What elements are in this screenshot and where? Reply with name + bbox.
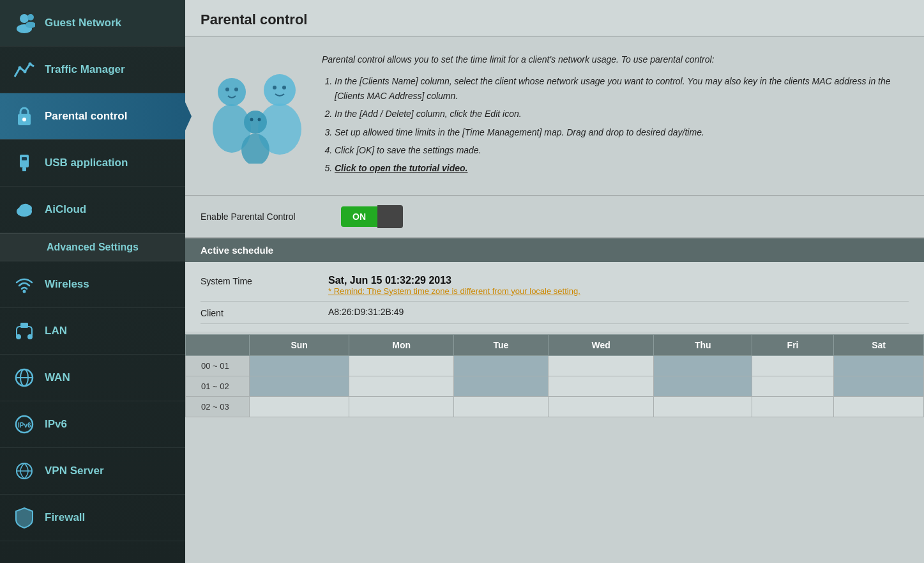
sidebar-label-guest-network: Guest Network: [45, 17, 121, 29]
sidebar-item-wan[interactable]: WAN: [0, 355, 185, 401]
system-time-value: Sat, Jun 15 01:32:29 2013 * Remind: The …: [328, 275, 909, 296]
schedule-cell[interactable]: [752, 376, 834, 396]
steps-list: In the [Clients Name] column, select the…: [322, 74, 905, 175]
enable-label: Enable Parental Control: [201, 212, 328, 222]
col-header-Fri: Fri: [752, 334, 834, 355]
system-time-remind[interactable]: * Remind: The System time zone is differ…: [328, 286, 909, 296]
col-header-time: [186, 334, 250, 355]
sidebar-item-wireless[interactable]: Wireless: [0, 261, 185, 308]
parental-control-icon: [13, 105, 36, 128]
step-4: Click [OK] to save the settings made.: [335, 143, 905, 157]
sidebar-item-guest-network[interactable]: Guest Network: [0, 0, 185, 47]
lan-icon: [13, 320, 36, 343]
svg-point-2: [27, 14, 34, 20]
svg-point-30: [244, 111, 267, 134]
schedule-cell-active[interactable]: [654, 376, 752, 396]
content-area: Parental control allows you to set the t…: [185, 37, 924, 563]
step-5[interactable]: Click to open the tutorial video.: [335, 161, 905, 175]
sidebar-label-aicloud: AiCloud: [45, 203, 86, 216]
wan-icon: [13, 366, 36, 389]
sidebar-label-usb-application: USB application: [45, 157, 128, 169]
time-label: 02 ~ 03: [186, 396, 250, 417]
sidebar-item-traffic-manager[interactable]: Traffic Manager: [0, 47, 185, 93]
sidebar-item-aicloud[interactable]: AiCloud: [0, 187, 185, 233]
wireless-icon: [13, 273, 36, 296]
schedule-section: Active schedule System Time Sat, Jun 15 …: [185, 238, 924, 417]
client-label: Client: [201, 307, 328, 318]
svg-point-14: [26, 205, 32, 212]
svg-point-33: [234, 88, 238, 91]
schedule-info: System Time Sat, Jun 15 01:32:29 2013 * …: [185, 262, 924, 332]
guest-network-icon: [13, 12, 36, 35]
schedule-cell-active[interactable]: [834, 355, 924, 376]
step-2: In the [Add / Delete] column, click the …: [335, 107, 905, 121]
schedule-cell-active[interactable]: [250, 376, 349, 396]
tutorial-link[interactable]: Click to open the tutorial video.: [335, 163, 467, 173]
toggle-on-label[interactable]: ON: [341, 206, 377, 227]
schedule-cell-active[interactable]: [654, 355, 752, 376]
sidebar-item-vpn-server[interactable]: VPN Server: [0, 448, 185, 495]
step-3: Set up allowed time limits in the [Time …: [335, 125, 905, 139]
svg-point-0: [20, 14, 29, 23]
intro-section: Parental control allows you to set the t…: [185, 37, 924, 196]
table-row: 02 ~ 03: [186, 396, 924, 417]
sidebar-item-parental-control[interactable]: Parental control: [0, 93, 185, 140]
sidebar-top-nav: Guest NetworkTraffic ManagerParental con…: [0, 0, 185, 233]
schedule-cell[interactable]: [250, 396, 349, 417]
schedule-table: SunMonTueWedThuFriSat00 ~ 0101 ~ 0202 ~ …: [185, 334, 924, 417]
usb-application-icon: [13, 151, 36, 174]
main-content: Parental control: [185, 0, 924, 563]
col-header-Mon: Mon: [349, 334, 454, 355]
sidebar-item-firewall[interactable]: Firewall: [0, 495, 185, 541]
svg-point-15: [23, 290, 26, 293]
sidebar-label-vpn-server: VPN Server: [45, 465, 104, 477]
schedule-cell[interactable]: [349, 355, 454, 376]
svg-text:IPv6: IPv6: [18, 422, 31, 429]
schedule-cell[interactable]: [349, 396, 454, 417]
intro-text: Parental control allows you to set the t…: [322, 52, 905, 180]
svg-rect-9: [20, 155, 29, 167]
enable-toggle[interactable]: ON: [341, 205, 403, 228]
svg-point-18: [27, 334, 33, 339]
system-time-main: Sat, Jun 15 01:32:29 2013: [328, 275, 909, 286]
schedule-cell[interactable]: [834, 396, 924, 417]
schedule-cell-active[interactable]: [454, 355, 549, 376]
schedule-cell[interactable]: [349, 376, 454, 396]
toggle-off-part[interactable]: [377, 205, 403, 228]
page-title: Parental control: [185, 0, 924, 37]
aicloud-icon: [13, 198, 36, 221]
sidebar-label-wan: WAN: [45, 371, 70, 384]
schedule-cell[interactable]: [454, 396, 549, 417]
time-label: 00 ~ 01: [186, 355, 250, 376]
svg-point-37: [257, 118, 261, 121]
sidebar-item-usb-application[interactable]: USB application: [0, 140, 185, 187]
schedule-header: Active schedule: [185, 238, 924, 262]
schedule-cell[interactable]: [548, 355, 654, 376]
schedule-cell[interactable]: [548, 376, 654, 396]
svg-point-34: [273, 86, 276, 89]
svg-point-35: [282, 86, 286, 89]
svg-rect-10: [22, 157, 27, 160]
col-header-Sat: Sat: [834, 334, 924, 355]
schedule-cell-active[interactable]: [454, 376, 549, 396]
schedule-cell[interactable]: [752, 396, 834, 417]
svg-point-26: [218, 78, 246, 106]
sidebar-label-parental-control: Parental control: [45, 110, 127, 123]
schedule-cell[interactable]: [548, 396, 654, 417]
firewall-icon: [13, 506, 36, 529]
svg-point-5: [24, 70, 27, 73]
sidebar-item-lan[interactable]: LAN: [0, 308, 185, 355]
schedule-cell-active[interactable]: [250, 355, 349, 376]
col-header-Thu: Thu: [654, 334, 752, 355]
schedule-cell[interactable]: [752, 355, 834, 376]
schedule-cell[interactable]: [654, 396, 752, 417]
step-1: In the [Clients Name] column, select the…: [335, 74, 905, 103]
traffic-manager-icon: [13, 58, 36, 81]
svg-point-28: [264, 74, 296, 106]
system-time-row: System Time Sat, Jun 15 01:32:29 2013 * …: [201, 270, 909, 302]
schedule-cell-active[interactable]: [834, 376, 924, 396]
enable-control-row: Enable Parental Control ON: [185, 196, 924, 238]
sidebar-item-ipv6[interactable]: IPv6IPv6: [0, 401, 185, 448]
svg-point-17: [16, 334, 21, 339]
svg-point-4: [19, 66, 22, 70]
